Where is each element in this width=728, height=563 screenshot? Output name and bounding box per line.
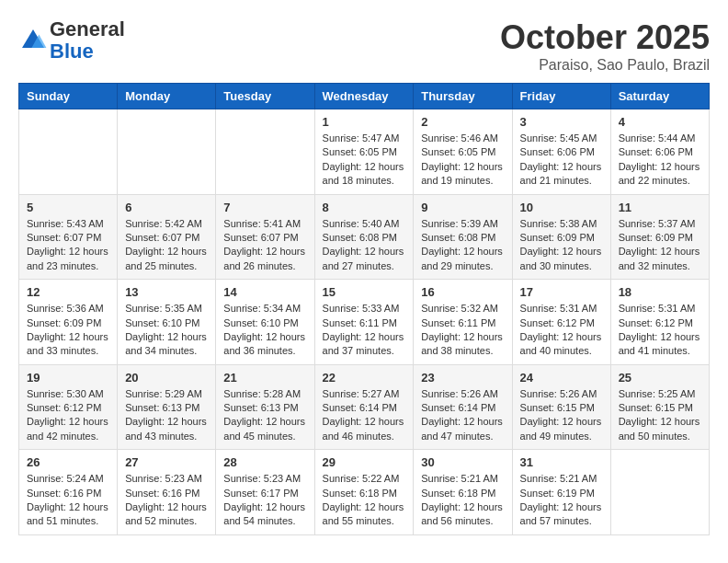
day-number: 13 — [125, 285, 208, 299]
calendar-header-row: SundayMondayTuesdayWednesdayThursdayFrid… — [19, 84, 710, 109]
day-number: 23 — [421, 371, 504, 385]
day-number: 1 — [323, 115, 406, 129]
day-info: Sunrise: 5:24 AM Sunset: 6:16 PM Dayligh… — [27, 472, 109, 529]
calendar-empty-cell — [118, 109, 216, 195]
day-info: Sunrise: 5:35 AM Sunset: 6:10 PM Dayligh… — [125, 302, 208, 359]
day-number: 4 — [619, 115, 701, 129]
calendar-day-15: 15Sunrise: 5:33 AM Sunset: 6:11 PM Dayli… — [314, 280, 414, 365]
day-info: Sunrise: 5:21 AM Sunset: 6:19 PM Dayligh… — [520, 472, 603, 529]
calendar-week-row: 12Sunrise: 5:36 AM Sunset: 6:09 PM Dayli… — [19, 280, 710, 365]
day-number: 10 — [520, 201, 603, 214]
calendar-day-28: 28Sunrise: 5:23 AM Sunset: 6:17 PM Dayli… — [216, 450, 314, 535]
calendar-day-6: 6Sunrise: 5:42 AM Sunset: 6:07 PM Daylig… — [118, 194, 216, 280]
day-number: 27 — [125, 455, 208, 469]
month-title: October 2025 — [500, 18, 710, 57]
calendar-day-27: 27Sunrise: 5:23 AM Sunset: 6:16 PM Dayli… — [118, 450, 216, 535]
day-info: Sunrise: 5:27 AM Sunset: 6:14 PM Dayligh… — [323, 387, 406, 444]
day-number: 2 — [421, 115, 504, 129]
location: Paraiso, Sao Paulo, Brazil — [500, 57, 710, 74]
calendar-day-9: 9Sunrise: 5:39 AM Sunset: 6:08 PM Daylig… — [414, 194, 512, 280]
day-info: Sunrise: 5:31 AM Sunset: 6:12 PM Dayligh… — [619, 302, 701, 359]
calendar-week-row: 1Sunrise: 5:47 AM Sunset: 6:05 PM Daylig… — [19, 109, 710, 195]
calendar-day-30: 30Sunrise: 5:21 AM Sunset: 6:18 PM Dayli… — [414, 450, 512, 535]
title-block: October 2025 Paraiso, Sao Paulo, Brazil — [500, 18, 710, 74]
day-number: 26 — [27, 455, 109, 469]
day-info: Sunrise: 5:25 AM Sunset: 6:15 PM Dayligh… — [619, 387, 701, 444]
calendar-day-14: 14Sunrise: 5:34 AM Sunset: 6:10 PM Dayli… — [216, 280, 314, 365]
day-info: Sunrise: 5:37 AM Sunset: 6:09 PM Dayligh… — [619, 217, 701, 274]
calendar-day-5: 5Sunrise: 5:43 AM Sunset: 6:07 PM Daylig… — [19, 194, 118, 280]
day-number: 25 — [619, 371, 701, 385]
calendar-table: SundayMondayTuesdayWednesdayThursdayFrid… — [18, 83, 710, 535]
calendar-day-3: 3Sunrise: 5:45 AM Sunset: 6:06 PM Daylig… — [512, 109, 610, 195]
day-info: Sunrise: 5:41 AM Sunset: 6:07 PM Dayligh… — [223, 217, 306, 274]
day-info: Sunrise: 5:39 AM Sunset: 6:08 PM Dayligh… — [421, 217, 504, 274]
day-number: 22 — [323, 371, 406, 385]
day-number: 31 — [520, 455, 603, 469]
day-number: 28 — [223, 455, 306, 469]
calendar-week-row: 5Sunrise: 5:43 AM Sunset: 6:07 PM Daylig… — [19, 194, 710, 280]
calendar-empty-cell — [216, 109, 314, 195]
day-number: 14 — [223, 285, 306, 299]
page-header: GeneralBlue October 2025 Paraiso, Sao Pa… — [18, 18, 710, 74]
day-info: Sunrise: 5:30 AM Sunset: 6:12 PM Dayligh… — [27, 387, 109, 444]
calendar-day-17: 17Sunrise: 5:31 AM Sunset: 6:12 PM Dayli… — [512, 280, 610, 365]
calendar-weekday-friday: Friday — [512, 84, 610, 109]
calendar-weekday-monday: Monday — [118, 84, 216, 109]
logo-icon — [18, 26, 48, 55]
day-info: Sunrise: 5:31 AM Sunset: 6:12 PM Dayligh… — [520, 302, 603, 359]
calendar-day-4: 4Sunrise: 5:44 AM Sunset: 6:06 PM Daylig… — [610, 109, 709, 195]
day-info: Sunrise: 5:45 AM Sunset: 6:06 PM Dayligh… — [520, 132, 603, 189]
day-info: Sunrise: 5:36 AM Sunset: 6:09 PM Dayligh… — [27, 302, 109, 359]
calendar-weekday-wednesday: Wednesday — [314, 84, 414, 109]
day-info: Sunrise: 5:23 AM Sunset: 6:17 PM Dayligh… — [223, 472, 306, 529]
calendar-day-8: 8Sunrise: 5:40 AM Sunset: 6:08 PM Daylig… — [314, 194, 414, 280]
logo: GeneralBlue — [18, 18, 125, 63]
calendar-day-16: 16Sunrise: 5:32 AM Sunset: 6:11 PM Dayli… — [414, 280, 512, 365]
day-info: Sunrise: 5:44 AM Sunset: 6:06 PM Dayligh… — [619, 132, 701, 189]
calendar-day-23: 23Sunrise: 5:26 AM Sunset: 6:14 PM Dayli… — [414, 364, 512, 450]
calendar-day-13: 13Sunrise: 5:35 AM Sunset: 6:10 PM Dayli… — [118, 280, 216, 365]
day-number: 9 — [421, 201, 504, 214]
day-info: Sunrise: 5:43 AM Sunset: 6:07 PM Dayligh… — [27, 217, 109, 274]
day-number: 19 — [27, 371, 109, 385]
calendar-day-2: 2Sunrise: 5:46 AM Sunset: 6:05 PM Daylig… — [414, 109, 512, 195]
day-number: 24 — [520, 371, 603, 385]
day-number: 3 — [520, 115, 603, 129]
day-number: 6 — [125, 201, 208, 214]
calendar-day-19: 19Sunrise: 5:30 AM Sunset: 6:12 PM Dayli… — [19, 364, 118, 450]
day-number: 15 — [323, 285, 406, 299]
day-number: 7 — [223, 201, 306, 214]
day-number: 8 — [323, 201, 406, 214]
day-number: 17 — [520, 285, 603, 299]
calendar-week-row: 19Sunrise: 5:30 AM Sunset: 6:12 PM Dayli… — [19, 364, 710, 450]
day-number: 12 — [27, 285, 109, 299]
day-info: Sunrise: 5:23 AM Sunset: 6:16 PM Dayligh… — [125, 472, 208, 529]
calendar-weekday-saturday: Saturday — [610, 84, 709, 109]
calendar-empty-cell — [19, 109, 118, 195]
calendar-day-20: 20Sunrise: 5:29 AM Sunset: 6:13 PM Dayli… — [118, 364, 216, 450]
calendar-day-12: 12Sunrise: 5:36 AM Sunset: 6:09 PM Dayli… — [19, 280, 118, 365]
calendar-day-24: 24Sunrise: 5:26 AM Sunset: 6:15 PM Dayli… — [512, 364, 610, 450]
calendar-day-29: 29Sunrise: 5:22 AM Sunset: 6:18 PM Dayli… — [314, 450, 414, 535]
day-info: Sunrise: 5:26 AM Sunset: 6:15 PM Dayligh… — [520, 387, 603, 444]
calendar-weekday-thursday: Thursday — [414, 84, 512, 109]
calendar-day-10: 10Sunrise: 5:38 AM Sunset: 6:09 PM Dayli… — [512, 194, 610, 280]
day-number: 18 — [619, 285, 701, 299]
calendar-day-31: 31Sunrise: 5:21 AM Sunset: 6:19 PM Dayli… — [512, 450, 610, 535]
calendar-day-26: 26Sunrise: 5:24 AM Sunset: 6:16 PM Dayli… — [19, 450, 118, 535]
day-info: Sunrise: 5:22 AM Sunset: 6:18 PM Dayligh… — [323, 472, 406, 529]
day-info: Sunrise: 5:47 AM Sunset: 6:05 PM Dayligh… — [323, 132, 406, 189]
day-number: 16 — [421, 285, 504, 299]
calendar-day-21: 21Sunrise: 5:28 AM Sunset: 6:13 PM Dayli… — [216, 364, 314, 450]
day-info: Sunrise: 5:29 AM Sunset: 6:13 PM Dayligh… — [125, 387, 208, 444]
calendar-day-7: 7Sunrise: 5:41 AM Sunset: 6:07 PM Daylig… — [216, 194, 314, 280]
calendar-day-1: 1Sunrise: 5:47 AM Sunset: 6:05 PM Daylig… — [314, 109, 414, 195]
calendar-week-row: 26Sunrise: 5:24 AM Sunset: 6:16 PM Dayli… — [19, 450, 710, 535]
day-number: 5 — [27, 201, 109, 214]
day-info: Sunrise: 5:33 AM Sunset: 6:11 PM Dayligh… — [323, 302, 406, 359]
day-info: Sunrise: 5:26 AM Sunset: 6:14 PM Dayligh… — [421, 387, 504, 444]
calendar-day-22: 22Sunrise: 5:27 AM Sunset: 6:14 PM Dayli… — [314, 364, 414, 450]
day-info: Sunrise: 5:21 AM Sunset: 6:18 PM Dayligh… — [421, 472, 504, 529]
calendar-weekday-tuesday: Tuesday — [216, 84, 314, 109]
